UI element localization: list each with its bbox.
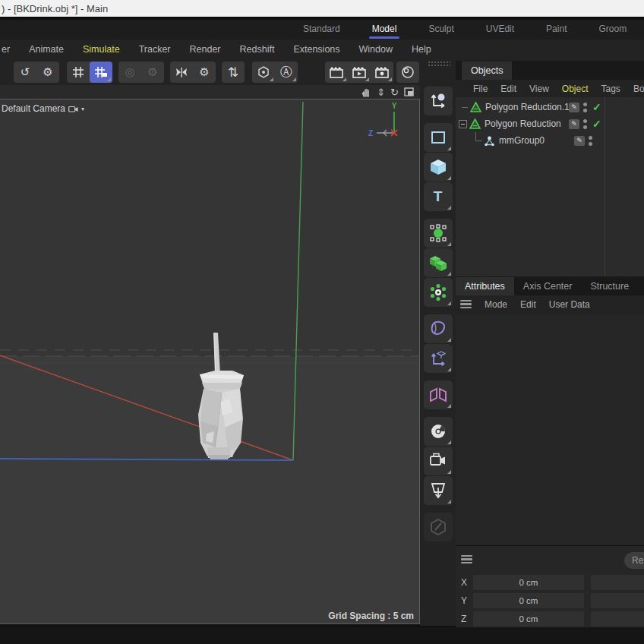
layout-tab-standard[interactable]: Standard bbox=[300, 20, 343, 39]
shaderball-material-tool-button[interactable] bbox=[424, 417, 453, 446]
symmetry-tool-button[interactable] bbox=[424, 380, 453, 409]
coordinate-y-input[interactable]: 0 cm bbox=[473, 593, 584, 608]
window-title: ) - [BKDrink.obj *] - Main bbox=[2, 3, 108, 14]
swap-updown-button[interactable]: ⇅ bbox=[222, 62, 245, 83]
visibility-dots-icon[interactable] bbox=[589, 136, 592, 146]
coordinate-z-input-2[interactable] bbox=[591, 611, 644, 627]
layout-tab-model[interactable]: Model bbox=[369, 20, 400, 39]
pan-hand-icon[interactable] bbox=[361, 87, 371, 97]
menu-item-simulate[interactable]: Simulate bbox=[83, 44, 120, 55]
move-axis-tool-button[interactable] bbox=[424, 87, 453, 115]
hexagon-icon bbox=[257, 66, 270, 78]
stage-floor-tool-button[interactable] bbox=[424, 476, 453, 505]
move-axis-icon bbox=[429, 92, 447, 110]
up-down-arrows-icon: ⇅ bbox=[228, 65, 238, 80]
menu-item-redshift[interactable]: Redshift bbox=[240, 44, 275, 55]
toolbar-group-mirror: ⚙ bbox=[170, 62, 216, 83]
grid-snap-lock-button[interactable] bbox=[90, 62, 112, 83]
objects-menu-edit[interactable]: Edit bbox=[500, 84, 516, 94]
gear-icon: ⚙ bbox=[43, 65, 52, 79]
layout-tab-paint[interactable]: Paint bbox=[543, 20, 570, 39]
spline-rectangle-tool-button[interactable] bbox=[424, 123, 453, 152]
panel-grip-handle[interactable] bbox=[428, 61, 450, 66]
attributes-menu-userdata[interactable]: User Data bbox=[549, 299, 590, 310]
sphere-view-button[interactable] bbox=[396, 62, 419, 83]
menu-item-render[interactable]: Render bbox=[190, 44, 221, 55]
enabled-check-icon[interactable]: ✓ bbox=[592, 118, 605, 130]
objects-menu-tags[interactable]: Tags bbox=[601, 84, 620, 94]
grid-lock-icon bbox=[95, 67, 107, 77]
render-settings-button[interactable] bbox=[371, 62, 393, 83]
grid-snap-button[interactable] bbox=[67, 62, 90, 83]
reset-button[interactable]: Reset bbox=[624, 552, 644, 569]
layer-edit-icon[interactable]: ✎ bbox=[569, 119, 579, 129]
attributes-body bbox=[456, 314, 644, 545]
attributes-menu-edit[interactable]: Edit bbox=[520, 299, 536, 310]
objects-menu-file[interactable]: File bbox=[473, 84, 488, 94]
text-tool-button[interactable]: T bbox=[424, 182, 453, 211]
visibility-dots-icon[interactable] bbox=[583, 119, 587, 129]
coordinate-y-input-2[interactable] bbox=[591, 593, 644, 608]
volume-builder-tool-button[interactable] bbox=[424, 248, 453, 277]
objects-menu-object[interactable]: Object bbox=[562, 84, 589, 94]
mirror-settings-button[interactable]: ⚙ bbox=[193, 62, 216, 83]
coordinates-panel: Reset X 0 cm Y 0 cm Z 0 cm bbox=[456, 545, 644, 627]
objects-menu-view[interactable]: View bbox=[529, 84, 549, 94]
menu-item-animate[interactable]: Animate bbox=[29, 44, 64, 55]
camera-tool-button[interactable] bbox=[424, 447, 453, 475]
cube-primitive-tool-button[interactable] bbox=[424, 153, 453, 182]
modeling-axis-tool-button[interactable] bbox=[424, 344, 453, 373]
layer-edit-icon[interactable]: ✎ bbox=[569, 103, 579, 112]
rotate-view-icon[interactable]: ↻ bbox=[390, 87, 399, 97]
menu-item-tracker[interactable]: Tracker bbox=[139, 44, 171, 55]
coordinate-z-input[interactable]: 0 cm bbox=[473, 611, 584, 627]
tree-elbow-line bbox=[475, 132, 482, 141]
simulation-tool-button[interactable] bbox=[424, 278, 453, 307]
auto-mode-button[interactable]: Ⓐ bbox=[275, 62, 298, 83]
maximize-view-icon[interactable] bbox=[404, 87, 414, 96]
attributes-panel-menu-icon[interactable] bbox=[460, 300, 472, 308]
coordinate-x-input[interactable]: 0 cm bbox=[473, 575, 584, 590]
hexagon-mode-button[interactable] bbox=[252, 62, 275, 83]
tab-attributes[interactable]: Attributes bbox=[456, 277, 514, 295]
attributes-menu-mode[interactable]: Mode bbox=[485, 299, 507, 310]
render-view-button[interactable] bbox=[325, 62, 348, 83]
objects-menu-bookmarks[interactable]: Bookmarks bbox=[633, 84, 644, 94]
toolbar-group-modes: Ⓐ bbox=[252, 62, 298, 83]
objects-tab-bar: Objects bbox=[456, 61, 644, 80]
collapse-expander-icon[interactable] bbox=[459, 120, 467, 128]
coordinate-x-input-2[interactable] bbox=[591, 575, 644, 590]
enabled-check-icon[interactable]: ✓ bbox=[592, 101, 605, 113]
mirror-tool-button[interactable] bbox=[170, 62, 193, 83]
undo-history-button[interactable]: ↺ bbox=[14, 62, 36, 83]
camera-label[interactable]: Default Camera ▾ bbox=[2, 103, 84, 114]
dolly-icon[interactable]: ⇕ bbox=[377, 87, 385, 97]
deformer-tool-button[interactable] bbox=[424, 314, 453, 343]
render-play-button[interactable] bbox=[348, 62, 371, 83]
mograph-cloner-tool-button[interactable] bbox=[424, 219, 453, 248]
visibility-dots-icon[interactable] bbox=[583, 103, 587, 112]
layout-tab-uvedit[interactable]: UVEdit bbox=[483, 20, 517, 39]
target-snap-button[interactable]: ◎ bbox=[118, 62, 141, 83]
menu-item-partial[interactable]: er bbox=[2, 44, 10, 55]
tab-axis-center[interactable]: Axis Center bbox=[514, 277, 582, 295]
menu-item-window[interactable]: Window bbox=[359, 44, 393, 55]
axis-z-label: Z bbox=[461, 614, 473, 624]
menu-item-extensions[interactable]: Extensions bbox=[293, 44, 339, 55]
coordinates-menu-icon[interactable] bbox=[461, 555, 472, 564]
tab-objects[interactable]: Objects bbox=[462, 62, 512, 80]
tab-layer[interactable]: Layer bbox=[638, 277, 644, 295]
viewport-3d[interactable]: Y Z Default Camera ▾ Grid Spacing : 5 cm bbox=[0, 99, 420, 624]
target-settings-button[interactable]: ⚙ bbox=[141, 62, 164, 83]
tree-row-polygon-reduction-1[interactable]: Polygon Reduction.1 ✎ ✓ bbox=[456, 99, 644, 115]
layout-tab-groom[interactable]: Groom bbox=[595, 20, 630, 39]
tree-row-polygon-reduction[interactable]: Polygon Reduction ✎ ✓ bbox=[456, 115, 644, 132]
undo-settings-button[interactable]: ⚙ bbox=[36, 62, 59, 83]
tree-row-mmgroup0[interactable]: mmGroup0 ✎ bbox=[456, 132, 644, 149]
tab-structure[interactable]: Structure bbox=[581, 277, 638, 295]
axis-y-label: Y bbox=[461, 595, 473, 606]
menu-item-help[interactable]: Help bbox=[412, 44, 431, 55]
layer-edit-icon[interactable]: ✎ bbox=[574, 136, 585, 146]
butterfly-mirror-icon bbox=[175, 68, 188, 77]
layout-tab-sculpt[interactable]: Sculpt bbox=[425, 20, 456, 39]
